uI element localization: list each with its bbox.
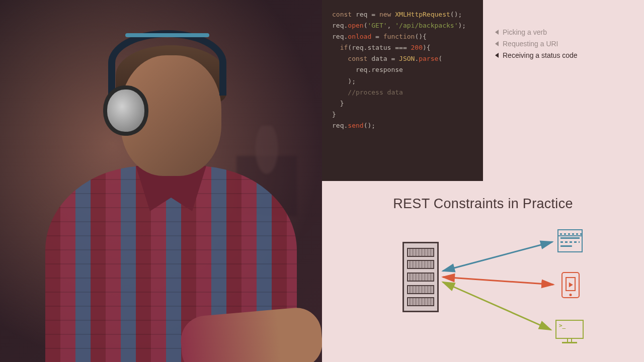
- code-snippet: const req = new XMLHttpRequest();req.ope…: [322, 0, 483, 181]
- svg-line-2: [443, 282, 551, 330]
- mobile-client-icon: [561, 272, 580, 298]
- course-photo: [0, 0, 322, 362]
- sidebar-step[interactable]: Receiving a status code: [495, 51, 644, 59]
- code-line: req.onload = function(){: [332, 31, 473, 42]
- sidebar-step-label: Picking a verb: [503, 28, 547, 36]
- sidebar-step[interactable]: Requesting a URI: [495, 40, 644, 48]
- person-with-headphones: [30, 15, 292, 357]
- code-line: );: [332, 76, 473, 87]
- diagram-title: REST Constraints in Practice: [342, 196, 624, 212]
- code-line: const req = new XMLHttpRequest();: [332, 9, 473, 20]
- code-line: req.open('GET', '/api/backpacks');: [332, 20, 473, 31]
- code-line: if(req.status === 200){: [332, 42, 473, 53]
- code-line: req.send();: [332, 120, 473, 131]
- browser-client-icon: [557, 229, 583, 252]
- sidebar-step[interactable]: Picking a verb: [495, 28, 644, 36]
- code-line: const data = JSON.parse(: [332, 53, 473, 64]
- triangle-left-icon: [495, 30, 499, 35]
- code-line: //process data: [332, 87, 473, 98]
- code-line: }: [332, 109, 473, 120]
- steps-sidebar: Picking a verbRequesting a URIReceiving …: [483, 0, 644, 181]
- svg-line-0: [443, 242, 552, 271]
- code-line: }: [332, 98, 473, 109]
- sidebar-step-label: Requesting a URI: [503, 40, 558, 48]
- terminal-client-icon: [555, 320, 584, 344]
- triangle-left-icon: [495, 41, 499, 46]
- sidebar-step-label: Receiving a status code: [503, 51, 578, 59]
- svg-line-1: [443, 277, 553, 285]
- triangle-left-icon: [495, 53, 499, 58]
- code-line: req.response: [332, 64, 473, 75]
- diagram-panel: REST Constraints in Practice: [322, 181, 644, 362]
